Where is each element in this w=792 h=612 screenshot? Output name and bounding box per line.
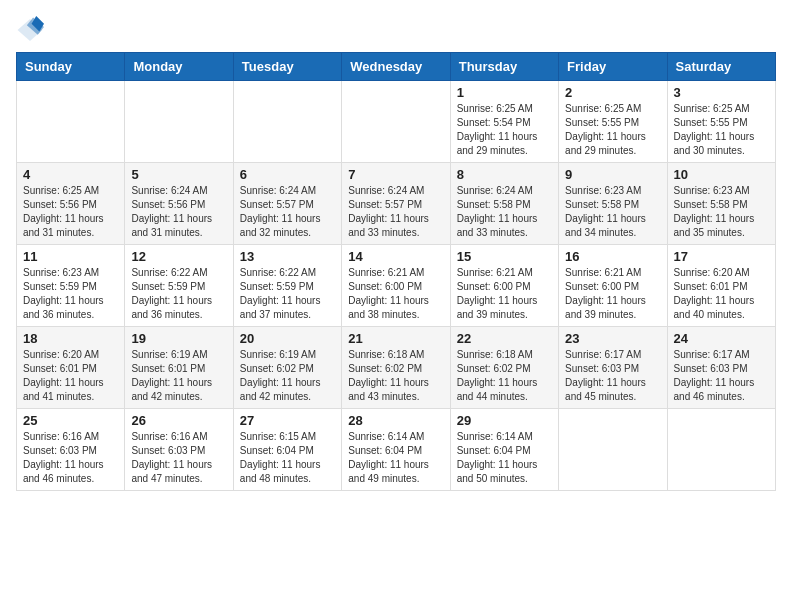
day-number: 27 (240, 413, 335, 428)
day-content: Sunrise: 6:18 AM Sunset: 6:02 PM Dayligh… (348, 348, 443, 404)
week-row-1: 1Sunrise: 6:25 AM Sunset: 5:54 PM Daylig… (17, 81, 776, 163)
day-number: 20 (240, 331, 335, 346)
weekday-header-monday: Monday (125, 53, 233, 81)
calendar-cell: 5Sunrise: 6:24 AM Sunset: 5:56 PM Daylig… (125, 163, 233, 245)
calendar-cell: 29Sunrise: 6:14 AM Sunset: 6:04 PM Dayli… (450, 409, 558, 491)
day-content: Sunrise: 6:23 AM Sunset: 5:58 PM Dayligh… (565, 184, 660, 240)
calendar-cell: 10Sunrise: 6:23 AM Sunset: 5:58 PM Dayli… (667, 163, 775, 245)
day-content: Sunrise: 6:16 AM Sunset: 6:03 PM Dayligh… (131, 430, 226, 486)
day-content: Sunrise: 6:24 AM Sunset: 5:58 PM Dayligh… (457, 184, 552, 240)
day-content: Sunrise: 6:23 AM Sunset: 5:59 PM Dayligh… (23, 266, 118, 322)
day-number: 19 (131, 331, 226, 346)
weekday-header-row: SundayMondayTuesdayWednesdayThursdayFrid… (17, 53, 776, 81)
day-content: Sunrise: 6:19 AM Sunset: 6:02 PM Dayligh… (240, 348, 335, 404)
calendar-cell: 9Sunrise: 6:23 AM Sunset: 5:58 PM Daylig… (559, 163, 667, 245)
day-number: 5 (131, 167, 226, 182)
calendar-cell (125, 81, 233, 163)
week-row-5: 25Sunrise: 6:16 AM Sunset: 6:03 PM Dayli… (17, 409, 776, 491)
day-number: 26 (131, 413, 226, 428)
calendar-cell (233, 81, 341, 163)
week-row-2: 4Sunrise: 6:25 AM Sunset: 5:56 PM Daylig… (17, 163, 776, 245)
day-number: 3 (674, 85, 769, 100)
day-number: 25 (23, 413, 118, 428)
day-number: 16 (565, 249, 660, 264)
calendar-cell: 22Sunrise: 6:18 AM Sunset: 6:02 PM Dayli… (450, 327, 558, 409)
day-content: Sunrise: 6:25 AM Sunset: 5:54 PM Dayligh… (457, 102, 552, 158)
calendar-cell: 3Sunrise: 6:25 AM Sunset: 5:55 PM Daylig… (667, 81, 775, 163)
calendar-cell: 13Sunrise: 6:22 AM Sunset: 5:59 PM Dayli… (233, 245, 341, 327)
day-number: 22 (457, 331, 552, 346)
weekday-header-wednesday: Wednesday (342, 53, 450, 81)
day-content: Sunrise: 6:24 AM Sunset: 5:57 PM Dayligh… (240, 184, 335, 240)
day-content: Sunrise: 6:21 AM Sunset: 6:00 PM Dayligh… (348, 266, 443, 322)
day-number: 10 (674, 167, 769, 182)
calendar-cell: 28Sunrise: 6:14 AM Sunset: 6:04 PM Dayli… (342, 409, 450, 491)
day-number: 8 (457, 167, 552, 182)
day-number: 24 (674, 331, 769, 346)
day-number: 2 (565, 85, 660, 100)
calendar-cell: 24Sunrise: 6:17 AM Sunset: 6:03 PM Dayli… (667, 327, 775, 409)
calendar-cell: 23Sunrise: 6:17 AM Sunset: 6:03 PM Dayli… (559, 327, 667, 409)
page-header (16, 16, 776, 44)
day-number: 13 (240, 249, 335, 264)
day-number: 29 (457, 413, 552, 428)
logo-icon (16, 16, 44, 44)
day-content: Sunrise: 6:24 AM Sunset: 5:56 PM Dayligh… (131, 184, 226, 240)
calendar-cell: 11Sunrise: 6:23 AM Sunset: 5:59 PM Dayli… (17, 245, 125, 327)
calendar-cell: 14Sunrise: 6:21 AM Sunset: 6:00 PM Dayli… (342, 245, 450, 327)
day-content: Sunrise: 6:18 AM Sunset: 6:02 PM Dayligh… (457, 348, 552, 404)
weekday-header-thursday: Thursday (450, 53, 558, 81)
day-number: 1 (457, 85, 552, 100)
calendar-cell: 20Sunrise: 6:19 AM Sunset: 6:02 PM Dayli… (233, 327, 341, 409)
weekday-header-sunday: Sunday (17, 53, 125, 81)
week-row-4: 18Sunrise: 6:20 AM Sunset: 6:01 PM Dayli… (17, 327, 776, 409)
day-number: 17 (674, 249, 769, 264)
calendar-cell: 16Sunrise: 6:21 AM Sunset: 6:00 PM Dayli… (559, 245, 667, 327)
day-number: 9 (565, 167, 660, 182)
logo (16, 16, 48, 44)
day-content: Sunrise: 6:25 AM Sunset: 5:56 PM Dayligh… (23, 184, 118, 240)
day-content: Sunrise: 6:24 AM Sunset: 5:57 PM Dayligh… (348, 184, 443, 240)
calendar-cell: 17Sunrise: 6:20 AM Sunset: 6:01 PM Dayli… (667, 245, 775, 327)
calendar-cell: 7Sunrise: 6:24 AM Sunset: 5:57 PM Daylig… (342, 163, 450, 245)
weekday-header-saturday: Saturday (667, 53, 775, 81)
weekday-header-friday: Friday (559, 53, 667, 81)
calendar-cell: 18Sunrise: 6:20 AM Sunset: 6:01 PM Dayli… (17, 327, 125, 409)
day-content: Sunrise: 6:14 AM Sunset: 6:04 PM Dayligh… (348, 430, 443, 486)
calendar-cell (342, 81, 450, 163)
day-content: Sunrise: 6:19 AM Sunset: 6:01 PM Dayligh… (131, 348, 226, 404)
day-content: Sunrise: 6:16 AM Sunset: 6:03 PM Dayligh… (23, 430, 118, 486)
day-number: 11 (23, 249, 118, 264)
day-content: Sunrise: 6:17 AM Sunset: 6:03 PM Dayligh… (565, 348, 660, 404)
day-content: Sunrise: 6:23 AM Sunset: 5:58 PM Dayligh… (674, 184, 769, 240)
calendar-cell (17, 81, 125, 163)
calendar-cell: 25Sunrise: 6:16 AM Sunset: 6:03 PM Dayli… (17, 409, 125, 491)
day-number: 12 (131, 249, 226, 264)
day-content: Sunrise: 6:21 AM Sunset: 6:00 PM Dayligh… (565, 266, 660, 322)
calendar-cell: 21Sunrise: 6:18 AM Sunset: 6:02 PM Dayli… (342, 327, 450, 409)
calendar-cell: 4Sunrise: 6:25 AM Sunset: 5:56 PM Daylig… (17, 163, 125, 245)
day-content: Sunrise: 6:20 AM Sunset: 6:01 PM Dayligh… (23, 348, 118, 404)
day-content: Sunrise: 6:20 AM Sunset: 6:01 PM Dayligh… (674, 266, 769, 322)
day-number: 28 (348, 413, 443, 428)
day-number: 14 (348, 249, 443, 264)
calendar-cell: 26Sunrise: 6:16 AM Sunset: 6:03 PM Dayli… (125, 409, 233, 491)
calendar-cell (667, 409, 775, 491)
day-content: Sunrise: 6:17 AM Sunset: 6:03 PM Dayligh… (674, 348, 769, 404)
day-number: 21 (348, 331, 443, 346)
day-number: 6 (240, 167, 335, 182)
calendar-cell: 15Sunrise: 6:21 AM Sunset: 6:00 PM Dayli… (450, 245, 558, 327)
day-number: 15 (457, 249, 552, 264)
day-content: Sunrise: 6:15 AM Sunset: 6:04 PM Dayligh… (240, 430, 335, 486)
day-content: Sunrise: 6:21 AM Sunset: 6:00 PM Dayligh… (457, 266, 552, 322)
day-content: Sunrise: 6:25 AM Sunset: 5:55 PM Dayligh… (565, 102, 660, 158)
day-content: Sunrise: 6:22 AM Sunset: 5:59 PM Dayligh… (131, 266, 226, 322)
calendar-cell: 12Sunrise: 6:22 AM Sunset: 5:59 PM Dayli… (125, 245, 233, 327)
day-content: Sunrise: 6:14 AM Sunset: 6:04 PM Dayligh… (457, 430, 552, 486)
calendar-table: SundayMondayTuesdayWednesdayThursdayFrid… (16, 52, 776, 491)
week-row-3: 11Sunrise: 6:23 AM Sunset: 5:59 PM Dayli… (17, 245, 776, 327)
day-content: Sunrise: 6:22 AM Sunset: 5:59 PM Dayligh… (240, 266, 335, 322)
calendar-cell: 19Sunrise: 6:19 AM Sunset: 6:01 PM Dayli… (125, 327, 233, 409)
day-number: 7 (348, 167, 443, 182)
calendar-cell: 1Sunrise: 6:25 AM Sunset: 5:54 PM Daylig… (450, 81, 558, 163)
